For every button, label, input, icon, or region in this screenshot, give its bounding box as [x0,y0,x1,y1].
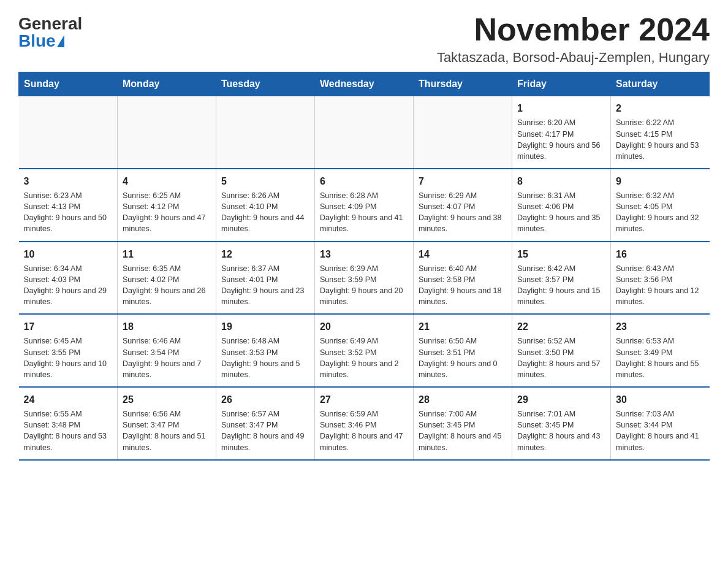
calendar-cell: 13Sunrise: 6:39 AMSunset: 3:59 PMDayligh… [315,242,414,315]
day-number: 28 [419,393,507,407]
day-number: 17 [24,320,113,334]
week-row-4: 17Sunrise: 6:45 AMSunset: 3:55 PMDayligh… [19,314,710,387]
day-info: Sunrise: 6:23 AMSunset: 4:13 PMDaylight:… [24,190,113,235]
calendar-cell: 27Sunrise: 6:59 AMSunset: 3:46 PMDayligh… [315,387,414,460]
logo: General Blue [18,12,82,50]
header: General Blue November 2024 Taktaszada, B… [18,12,710,66]
week-row-3: 10Sunrise: 6:34 AMSunset: 4:03 PMDayligh… [19,242,710,315]
day-info: Sunrise: 6:59 AMSunset: 3:46 PMDaylight:… [320,408,408,453]
day-info: Sunrise: 6:46 AMSunset: 3:54 PMDaylight:… [123,335,211,380]
calendar-cell: 9Sunrise: 6:32 AMSunset: 4:05 PMDaylight… [611,169,710,242]
day-info: Sunrise: 7:01 AMSunset: 3:45 PMDaylight:… [517,408,605,453]
day-of-week-saturday: Saturday [611,72,710,96]
day-info: Sunrise: 6:34 AMSunset: 4:03 PMDaylight:… [24,263,113,308]
day-number: 16 [616,247,705,261]
day-number: 24 [24,393,113,407]
calendar-cell: 21Sunrise: 6:50 AMSunset: 3:51 PMDayligh… [414,314,512,387]
day-number: 20 [320,320,408,334]
calendar-cell [118,96,216,169]
day-number: 7 [419,174,507,188]
calendar-cell [315,96,414,169]
calendar-cell: 3Sunrise: 6:23 AMSunset: 4:13 PMDaylight… [19,169,118,242]
day-info: Sunrise: 7:00 AMSunset: 3:45 PMDaylight:… [419,408,507,453]
calendar-cell: 2Sunrise: 6:22 AMSunset: 4:15 PMDaylight… [611,96,710,169]
day-number: 25 [123,393,211,407]
calendar-cell: 1Sunrise: 6:20 AMSunset: 4:17 PMDaylight… [512,96,611,169]
day-info: Sunrise: 6:53 AMSunset: 3:49 PMDaylight:… [616,335,705,380]
day-number: 6 [320,174,408,188]
day-number: 29 [517,393,605,407]
day-number: 9 [616,174,705,188]
day-number: 12 [221,247,309,261]
page-subtitle: Taktaszada, Borsod-Abauj-Zemplen, Hungar… [437,50,710,66]
day-number: 8 [517,174,605,188]
calendar-cell: 24Sunrise: 6:55 AMSunset: 3:48 PMDayligh… [19,387,118,460]
logo-general-text: General [18,15,82,33]
day-of-week-monday: Monday [118,72,216,96]
calendar-cell: 4Sunrise: 6:25 AMSunset: 4:12 PMDaylight… [118,169,216,242]
day-number: 22 [517,320,605,334]
day-number: 18 [123,320,211,334]
day-number: 23 [616,320,705,334]
calendar-cell [19,96,118,169]
day-number: 5 [221,174,309,188]
calendar-cell: 20Sunrise: 6:49 AMSunset: 3:52 PMDayligh… [315,314,414,387]
calendar-cell: 8Sunrise: 6:31 AMSunset: 4:06 PMDaylight… [512,169,611,242]
day-info: Sunrise: 6:56 AMSunset: 3:47 PMDaylight:… [123,408,211,453]
day-info: Sunrise: 6:48 AMSunset: 3:53 PMDaylight:… [221,335,309,380]
week-row-1: 1Sunrise: 6:20 AMSunset: 4:17 PMDaylight… [19,96,710,169]
day-info: Sunrise: 6:28 AMSunset: 4:09 PMDaylight:… [320,190,408,235]
day-number: 3 [24,174,113,188]
calendar-body: 1Sunrise: 6:20 AMSunset: 4:17 PMDaylight… [19,96,710,460]
days-of-week-row: SundayMondayTuesdayWednesdayThursdayFrid… [19,72,710,96]
day-info: Sunrise: 6:31 AMSunset: 4:06 PMDaylight:… [517,190,605,235]
day-info: Sunrise: 6:40 AMSunset: 3:58 PMDaylight:… [419,263,507,308]
day-number: 13 [320,247,408,261]
calendar-cell: 5Sunrise: 6:26 AMSunset: 4:10 PMDaylight… [216,169,315,242]
calendar-cell: 11Sunrise: 6:35 AMSunset: 4:02 PMDayligh… [118,242,216,315]
calendar-cell: 29Sunrise: 7:01 AMSunset: 3:45 PMDayligh… [512,387,611,460]
calendar-cell: 28Sunrise: 7:00 AMSunset: 3:45 PMDayligh… [414,387,512,460]
page-title: November 2024 [437,12,710,47]
calendar-cell [414,96,512,169]
day-info: Sunrise: 7:03 AMSunset: 3:44 PMDaylight:… [616,408,705,453]
day-number: 11 [123,247,211,261]
day-info: Sunrise: 6:45 AMSunset: 3:55 PMDaylight:… [24,335,113,380]
day-number: 26 [221,393,309,407]
calendar-table: SundayMondayTuesdayWednesdayThursdayFrid… [18,72,710,460]
day-info: Sunrise: 6:49 AMSunset: 3:52 PMDaylight:… [320,335,408,380]
day-of-week-sunday: Sunday [19,72,118,96]
calendar-cell: 15Sunrise: 6:42 AMSunset: 3:57 PMDayligh… [512,242,611,315]
day-number: 19 [221,320,309,334]
calendar-header: SundayMondayTuesdayWednesdayThursdayFrid… [19,72,710,96]
calendar-cell: 7Sunrise: 6:29 AMSunset: 4:07 PMDaylight… [414,169,512,242]
logo-blue-text: Blue [18,33,66,50]
calendar-cell: 10Sunrise: 6:34 AMSunset: 4:03 PMDayligh… [19,242,118,315]
day-info: Sunrise: 6:35 AMSunset: 4:02 PMDaylight:… [123,263,211,308]
logo-triangle-icon [57,35,64,47]
day-info: Sunrise: 6:37 AMSunset: 4:01 PMDaylight:… [221,263,309,308]
calendar-cell: 18Sunrise: 6:46 AMSunset: 3:54 PMDayligh… [118,314,216,387]
calendar-cell [216,96,315,169]
day-info: Sunrise: 6:29 AMSunset: 4:07 PMDaylight:… [419,190,507,235]
day-info: Sunrise: 6:32 AMSunset: 4:05 PMDaylight:… [616,190,705,235]
day-number: 21 [419,320,507,334]
day-info: Sunrise: 6:20 AMSunset: 4:17 PMDaylight:… [517,117,605,162]
calendar-cell: 23Sunrise: 6:53 AMSunset: 3:49 PMDayligh… [611,314,710,387]
day-info: Sunrise: 6:55 AMSunset: 3:48 PMDaylight:… [24,408,113,453]
day-of-week-friday: Friday [512,72,611,96]
calendar-cell: 19Sunrise: 6:48 AMSunset: 3:53 PMDayligh… [216,314,315,387]
calendar-cell: 25Sunrise: 6:56 AMSunset: 3:47 PMDayligh… [118,387,216,460]
day-info: Sunrise: 6:57 AMSunset: 3:47 PMDaylight:… [221,408,309,453]
day-number: 4 [123,174,211,188]
day-number: 10 [24,247,113,261]
day-number: 27 [320,393,408,407]
day-number: 1 [517,101,605,115]
day-info: Sunrise: 6:42 AMSunset: 3:57 PMDaylight:… [517,263,605,308]
day-number: 30 [616,393,705,407]
day-number: 2 [616,101,705,115]
calendar-cell: 26Sunrise: 6:57 AMSunset: 3:47 PMDayligh… [216,387,315,460]
day-of-week-wednesday: Wednesday [315,72,414,96]
day-info: Sunrise: 6:43 AMSunset: 3:56 PMDaylight:… [616,263,705,308]
calendar-cell: 14Sunrise: 6:40 AMSunset: 3:58 PMDayligh… [414,242,512,315]
